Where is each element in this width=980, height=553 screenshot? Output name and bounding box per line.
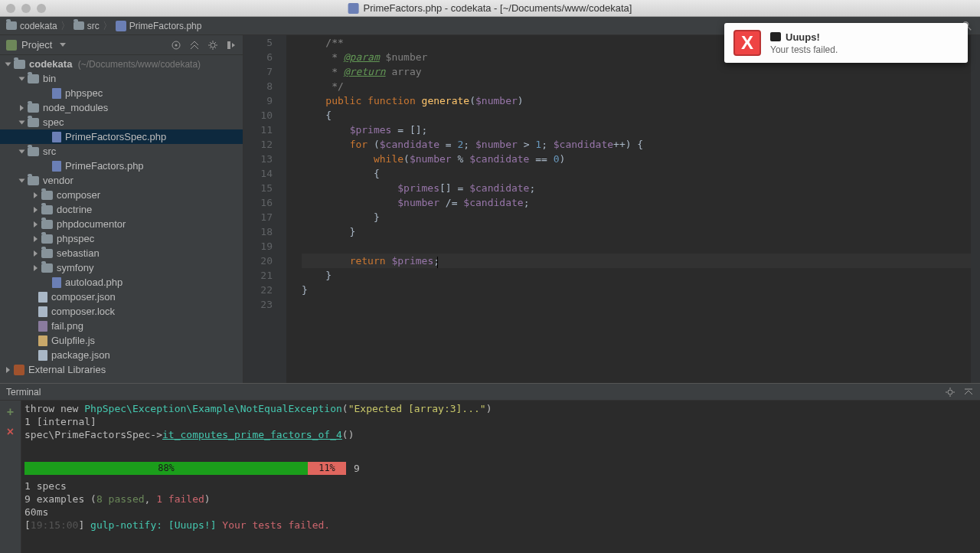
hide-icon[interactable] <box>963 387 974 398</box>
code-content[interactable]: /** * @param $number * @return array */ … <box>286 35 980 383</box>
js-file-icon <box>38 335 47 346</box>
tree-file-composer-json[interactable]: composer.json <box>0 290 243 304</box>
php-file-icon <box>116 21 126 31</box>
progress-pass: 88% <box>24 462 308 475</box>
error-icon: X <box>733 30 761 56</box>
svg-point-4 <box>211 43 215 47</box>
collapse-icon[interactable] <box>189 40 200 51</box>
project-tree[interactable]: codekata (~/Documents/www/codekata) bin … <box>0 55 243 383</box>
hide-icon[interactable] <box>226 40 237 51</box>
tree-root[interactable]: codekata (~/Documents/www/codekata) <box>0 57 243 71</box>
terminal-output[interactable]: throw new PhpSpec\Exception\Example\NotE… <box>21 401 980 553</box>
close-terminal-button[interactable]: × <box>7 425 14 439</box>
progress-fail: 11% <box>308 462 346 475</box>
notification-title: Uuups! <box>770 31 959 43</box>
breadcrumb-project[interactable]: codekata <box>6 21 57 31</box>
tree-file-autoload[interactable]: autoload.php <box>0 275 243 290</box>
tree-external-libraries[interactable]: External Libraries <box>0 362 243 377</box>
summary-time: 60ms <box>24 506 977 519</box>
php-file-icon <box>52 277 61 288</box>
gear-icon[interactable] <box>207 40 218 51</box>
gear-icon[interactable] <box>945 387 956 398</box>
tree-folder-sebastian[interactable]: sebastian <box>0 246 243 260</box>
folder-icon <box>28 74 39 83</box>
tree-folder-bin[interactable]: bin <box>0 71 243 86</box>
folder-icon <box>41 191 53 200</box>
project-icon <box>6 40 17 51</box>
chevron-right-icon: 〉 <box>103 19 113 33</box>
tree-folder-vendor[interactable]: vendor <box>0 173 243 188</box>
folder-icon <box>41 205 53 214</box>
tree-file-fail-png[interactable]: fail.png <box>0 319 243 333</box>
terminal-panel: Terminal + × throw new PhpSpec\Exception… <box>0 383 980 553</box>
folder-icon <box>28 103 39 113</box>
tree-folder-doctrine[interactable]: doctrine <box>0 202 243 217</box>
summary-examples: 9 examples (8 passed, 1 failed) <box>24 492 977 506</box>
editor-scrollbar[interactable] <box>971 35 980 383</box>
progress-total: 9 <box>354 462 360 475</box>
chevron-right-icon: 〉 <box>60 19 70 33</box>
tree-file-package-json[interactable]: package.json <box>0 348 243 362</box>
zoom-window-button[interactable] <box>37 4 46 13</box>
php-file-icon <box>52 132 61 142</box>
line-gutter: 5678910 111213141516 17181920212223 <box>243 35 286 383</box>
tree-file-primefactors[interactable]: PrimeFactors.php <box>0 159 243 173</box>
tree-folder-node-modules[interactable]: node_modules <box>0 100 243 115</box>
json-file-icon <box>38 292 47 303</box>
php-file-icon <box>348 3 359 14</box>
window-controls <box>0 4 46 13</box>
tree-file-gulpfile[interactable]: Gulpfile.js <box>0 333 243 348</box>
project-sidebar: Project codekata (~/Documents/www/codeka… <box>0 35 243 383</box>
summary-notify: [19:15:00] gulp-notify: [Uuups!] Your te… <box>24 519 977 532</box>
php-file-icon <box>52 88 61 99</box>
tree-folder-composer[interactable]: composer <box>0 188 243 202</box>
project-sidebar-header: Project <box>0 35 243 55</box>
tree-file-phpspec[interactable]: phpspec <box>0 86 243 100</box>
tree-folder-spec[interactable]: spec <box>0 115 243 129</box>
close-window-button[interactable] <box>6 4 15 13</box>
library-icon <box>14 365 24 375</box>
svg-point-6 <box>948 390 952 394</box>
folder-icon <box>41 234 53 244</box>
folder-icon <box>28 118 39 127</box>
svg-line-1 <box>968 26 971 29</box>
tree-folder-phpdocumentor[interactable]: phpdocumentor <box>0 217 243 231</box>
file-icon <box>38 306 47 317</box>
tree-file-composer-lock[interactable]: composer.lock <box>0 304 243 319</box>
tree-folder-src[interactable]: src <box>0 144 243 159</box>
svg-point-3 <box>175 44 178 46</box>
tree-folder-phpspec[interactable]: phpspec <box>0 231 243 246</box>
svg-rect-5 <box>227 41 230 49</box>
json-file-icon <box>38 350 47 361</box>
code-editor[interactable]: 5678910 111213141516 17181920212223 /** … <box>243 35 980 383</box>
folder-icon <box>41 249 53 258</box>
folder-icon <box>6 21 17 30</box>
tree-file-primefactorsspec[interactable]: PrimeFactorsSpec.php <box>0 129 243 144</box>
notification-toast[interactable]: X Uuups! Your tests failed. <box>724 23 968 63</box>
terminal-icon <box>770 32 781 41</box>
chevron-down-icon <box>60 43 66 47</box>
minimize-window-button[interactable] <box>21 4 31 13</box>
window-title: PrimeFactors.php - codekata - [~/Documen… <box>348 2 632 14</box>
breadcrumb-file[interactable]: PrimeFactors.php <box>116 21 202 31</box>
text-cursor <box>437 257 438 268</box>
tree-folder-symfony[interactable]: symfony <box>0 260 243 275</box>
folder-icon <box>28 147 39 156</box>
add-terminal-button[interactable]: + <box>7 405 14 419</box>
project-dropdown[interactable]: Project <box>21 39 52 51</box>
titlebar: PrimeFactors.php - codekata - [~/Documen… <box>0 0 980 17</box>
image-file-icon <box>38 321 47 332</box>
folder-icon <box>14 60 25 69</box>
summary-specs: 1 specs <box>24 479 977 492</box>
test-progress-bar: 88% 11% 9 <box>24 462 977 475</box>
folder-icon <box>41 220 53 229</box>
folder-icon <box>41 263 53 273</box>
folder-icon <box>28 176 39 185</box>
terminal-title: Terminal <box>6 387 41 398</box>
breadcrumb-dir[interactable]: src <box>74 21 100 31</box>
folder-icon <box>74 21 84 30</box>
php-file-icon <box>52 161 61 172</box>
autoscroll-icon[interactable] <box>171 40 181 51</box>
notification-message: Your tests failed. <box>770 44 959 55</box>
